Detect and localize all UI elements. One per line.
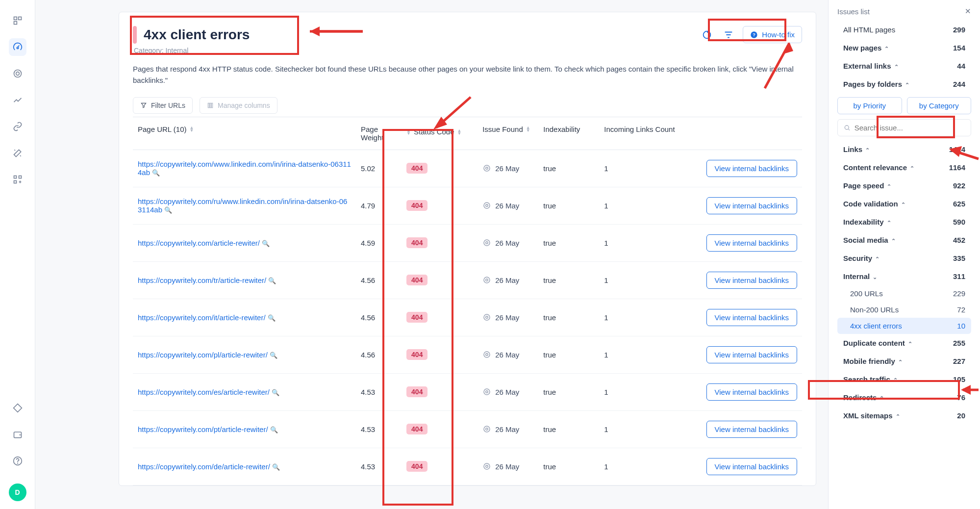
page-url-link[interactable]: https://copywritely.com/es/article-rewit… <box>138 388 270 396</box>
internal-child-200-urls[interactable]: 200 URLs229 <box>837 285 971 302</box>
nav-target-icon[interactable] <box>9 65 26 82</box>
page-url-link[interactable]: https://copywritely.com/pt/article-rewit… <box>138 425 268 433</box>
magnify-icon[interactable]: 🔍 <box>272 389 279 396</box>
category-social-media[interactable]: Social media⌃452 <box>837 231 971 249</box>
view-backlinks-button[interactable]: View internal backlinks <box>706 160 797 177</box>
left-nav-sidebar: D <box>0 0 35 509</box>
rp-section-pages-by-folders[interactable]: Pages by folders⌃244 <box>837 75 971 93</box>
col-url[interactable]: Page URL (10)▲▼ <box>133 117 356 150</box>
magnify-icon[interactable]: 🔍 <box>270 426 278 433</box>
magnify-icon[interactable]: 🔍 <box>272 463 280 471</box>
view-backlinks-button[interactable]: View internal backlinks <box>706 197 797 214</box>
all-html-pages-row[interactable]: All HTML pages 299 <box>837 21 971 39</box>
category-links[interactable]: Links⌃1414 <box>837 140 971 158</box>
category-security[interactable]: Security⌃335 <box>837 249 971 267</box>
col-found[interactable]: Issue Found▲▼ <box>477 117 538 150</box>
category-redirects[interactable]: Redirects⌃76 <box>837 388 971 407</box>
nav-diamond-icon[interactable] <box>9 399 26 417</box>
title-accent-bar <box>133 26 137 44</box>
target-icon <box>482 238 491 247</box>
magnify-icon[interactable]: 🔍 <box>268 314 276 322</box>
view-backlinks-button[interactable]: View internal backlinks <box>706 458 797 475</box>
view-backlinks-button[interactable]: View internal backlinks <box>706 234 797 252</box>
magnify-icon[interactable]: 🔍 <box>262 240 270 247</box>
svg-rect-0 <box>14 17 17 20</box>
category-duplicate-content[interactable]: Duplicate content⌃255 <box>837 334 971 352</box>
category-page-speed[interactable]: Page speed⌃922 <box>837 177 971 195</box>
view-backlinks-button[interactable]: View internal backlinks <box>706 383 797 401</box>
svg-point-33 <box>486 428 488 431</box>
magnify-icon[interactable]: 🔍 <box>152 169 160 177</box>
page-url-link[interactable]: https://copywritely.com/pl/article-rewit… <box>138 351 268 359</box>
cell-incoming: 1 <box>599 299 690 336</box>
col-status[interactable]: ▲▼Status Code▲▼ <box>402 117 477 150</box>
nav-dashboard-icon[interactable] <box>9 12 26 29</box>
rp-section-new-pages[interactable]: New pages⌃154 <box>837 39 971 57</box>
page-url-link[interactable]: https://copywritely.com/article-rewiter/ <box>138 239 260 247</box>
cell-found: 26 May <box>495 425 519 433</box>
page-url-link[interactable]: https://copywritely.com/www.linkedin.com… <box>138 160 351 177</box>
cell-weight: 5.02 <box>356 150 402 187</box>
nav-trend-icon[interactable] <box>9 91 26 109</box>
rp-section-external-links[interactable]: External links⌃44 <box>837 57 971 75</box>
refresh-icon[interactable] <box>700 27 714 42</box>
internal-child-4xx-client-errors[interactable]: 4xx client errors10 <box>837 318 971 334</box>
category-xml-sitemaps[interactable]: XML sitemaps⌃20 <box>837 407 971 425</box>
cell-found: 26 May <box>495 202 519 210</box>
category-mobile-friendly[interactable]: Mobile friendly⌃227 <box>837 352 971 370</box>
view-backlinks-button[interactable]: View internal backlinks <box>706 272 797 289</box>
magnify-icon[interactable]: 🔍 <box>270 352 277 359</box>
svg-point-3 <box>17 47 18 49</box>
filter-urls-button[interactable]: Filter URLs <box>133 97 193 114</box>
category-code-validation[interactable]: Code validation⌃625 <box>837 195 971 213</box>
svg-rect-7 <box>19 176 21 178</box>
category-internal[interactable]: Internal⌄ 311 <box>837 267 971 285</box>
category-content-relevance[interactable]: Content relevance⌃1164 <box>837 158 971 177</box>
svg-point-32 <box>484 426 490 432</box>
close-icon[interactable]: ✕ <box>965 7 971 16</box>
sort-icon[interactable] <box>721 27 736 42</box>
view-backlinks-button[interactable]: View internal backlinks <box>706 309 797 326</box>
view-backlinks-button[interactable]: View internal backlinks <box>706 421 797 438</box>
internal-child-non-200-urls[interactable]: Non-200 URLs72 <box>837 302 971 318</box>
nav-wallet-icon[interactable] <box>9 426 26 443</box>
table-row: https://copywritely.com/article-rewiter/… <box>133 224 802 261</box>
nav-apps-icon[interactable] <box>9 171 26 188</box>
cell-weight: 4.59 <box>356 224 402 261</box>
svg-point-27 <box>486 316 488 319</box>
search-issue-input[interactable] <box>837 119 971 136</box>
nav-wand-icon[interactable] <box>9 144 26 162</box>
nav-speed-icon[interactable] <box>9 38 26 56</box>
toggle-by-priority[interactable]: by Priority <box>837 97 902 114</box>
svg-point-21 <box>486 204 488 207</box>
category-search-traffic[interactable]: Search traffic⌃105 <box>837 370 971 388</box>
table-row: https://copywritely.com/de/article-rewit… <box>133 448 802 485</box>
target-icon <box>482 387 491 396</box>
cell-incoming: 1 <box>599 224 690 261</box>
col-incoming[interactable]: Incoming Links Count <box>599 117 690 150</box>
view-backlinks-button[interactable]: View internal backlinks <box>706 346 797 363</box>
magnify-icon[interactable]: 🔍 <box>268 277 276 284</box>
cell-found: 26 May <box>495 462 519 471</box>
col-weight[interactable]: Page Weight <box>356 117 402 150</box>
nav-link-icon[interactable] <box>9 118 26 135</box>
issues-table: Page URL (10)▲▼ Page Weight ▲▼Status Cod… <box>133 117 802 485</box>
issues-list-panel: Issues list ✕ All HTML pages 299 New pag… <box>828 0 980 509</box>
page-url-link[interactable]: https://copywritely.com/it/article-rewit… <box>138 313 266 322</box>
svg-point-5 <box>16 72 19 76</box>
cell-index: true <box>538 448 599 485</box>
page-url-link[interactable]: https://copywritely.com/de/article-rewit… <box>138 462 270 471</box>
svg-rect-17 <box>211 103 212 107</box>
cell-incoming: 1 <box>599 187 690 224</box>
toggle-by-category[interactable]: by Category <box>907 97 972 114</box>
howto-fix-button[interactable]: ? How-to fix <box>743 26 802 43</box>
page-url-link[interactable]: https://copywritely.com/tr/article-rewit… <box>138 276 266 284</box>
status-badge: 404 <box>406 237 427 248</box>
svg-point-31 <box>486 391 488 393</box>
category-indexability[interactable]: Indexability⌃590 <box>837 213 971 231</box>
manage-columns-button[interactable]: Manage columns <box>200 97 277 114</box>
user-avatar[interactable]: D <box>9 484 26 501</box>
nav-help-icon[interactable] <box>9 452 26 470</box>
magnify-icon[interactable]: 🔍 <box>164 206 172 214</box>
col-index[interactable]: Indexability <box>538 117 599 150</box>
